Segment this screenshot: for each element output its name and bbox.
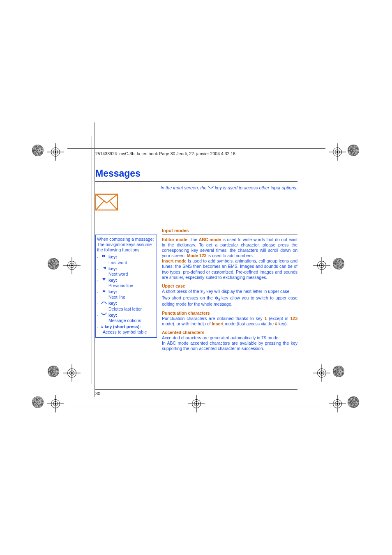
dash: - xyxy=(97,254,101,260)
sidebar-item-label: key: xyxy=(108,266,117,271)
registration-corner-icon xyxy=(48,366,59,377)
term-editor-mode: Editor mode xyxy=(162,237,187,242)
dash: - xyxy=(97,266,101,272)
crop-mark xyxy=(67,148,325,149)
sidebar-help-box: When composing a message: The navigation… xyxy=(95,235,157,338)
crosshair-icon xyxy=(49,398,62,410)
registration-corner-icon xyxy=(32,396,44,408)
crop-rule xyxy=(94,122,95,397)
registration-corner-icon xyxy=(32,145,44,156)
crosshair-icon xyxy=(331,398,344,410)
footer-rule xyxy=(95,389,297,390)
paragraph-punctuation: Punctuation characters are obtained than… xyxy=(162,316,297,327)
heading-punctuation: Punctuation characters xyxy=(162,311,297,316)
dash: - xyxy=(97,289,101,295)
sidebar-item-label: key: xyxy=(108,289,117,294)
nav-up-icon xyxy=(101,289,107,292)
paragraph-accented-1: Accented characters are generated automa… xyxy=(162,335,297,341)
text: is used to add numbers. xyxy=(207,253,254,258)
svg-marker-1 xyxy=(102,255,105,257)
sidebar-item-desc: Next word xyxy=(97,272,155,277)
cancel-key-icon xyxy=(101,313,107,316)
dash: - xyxy=(97,313,101,318)
sidebar-item-desc: Last word xyxy=(97,260,155,265)
text: mode), or with the help of xyxy=(162,321,212,326)
sidebar-item-desc: Message options xyxy=(97,318,155,323)
dash: - xyxy=(97,301,101,306)
page-header-file-info: 251433924_myC-3b_lu_en.book Page 30 Jeud… xyxy=(95,151,235,156)
paragraph-upper-case-2: Two short presses on the ✻ϑ key allow yo… xyxy=(162,295,297,307)
crosshair-icon xyxy=(190,398,203,410)
sidebar-key-row: - key: xyxy=(97,289,155,295)
text: : The xyxy=(187,237,199,242)
paragraph-insert-mode: Insert mode is used to add symbols, anim… xyxy=(162,258,297,280)
registration-corner-icon xyxy=(48,258,59,269)
text: A short press of the xyxy=(162,289,200,294)
svg-marker-3 xyxy=(102,278,106,281)
crosshair-icon xyxy=(316,259,328,272)
sidebar-key-row: - key: xyxy=(97,301,155,306)
sidebar-item-desc: Previous line xyxy=(97,283,155,288)
sidebar-key-row: - key: xyxy=(97,278,155,283)
intro-post: key is used to access other input option… xyxy=(215,185,297,190)
sidebar-item-label: key: xyxy=(108,313,117,318)
intro-text: In the input screen, the key is used to … xyxy=(160,185,297,190)
term-insert: Insert xyxy=(212,321,224,326)
term-123: 123 xyxy=(290,316,297,321)
crosshair-icon xyxy=(331,146,344,158)
text: key will display the next letter in uppe… xyxy=(205,289,291,294)
paragraph-upper-case: A short press of the ✻ϑ key will display… xyxy=(162,289,297,295)
term-insert-mode: Insert mode xyxy=(162,258,187,263)
sidebar-key-row: - # key (short press): xyxy=(97,324,155,329)
envelope-icon xyxy=(95,193,118,211)
text: key). xyxy=(277,321,288,326)
paragraph-editor-mode: Editor mode: The ABC mode is used to wri… xyxy=(162,237,297,259)
text: (except in xyxy=(267,316,290,321)
heading-accented: Accented characters xyxy=(162,330,297,335)
sidebar-key-row: - key: xyxy=(97,313,155,318)
svg-marker-2 xyxy=(103,267,106,269)
registration-corner-icon xyxy=(348,396,359,408)
sidebar-item-desc: Deletes last letter xyxy=(97,306,155,312)
cancel-key-icon xyxy=(208,185,215,190)
crop-rule xyxy=(299,122,299,397)
sidebar-key-row: - key: xyxy=(97,254,155,260)
paragraph-accented-2: In ABC mode accented characters are avai… xyxy=(162,341,297,351)
crop-mark xyxy=(67,407,325,407)
svg-marker-4 xyxy=(102,290,106,292)
page-number: 30 xyxy=(95,391,100,396)
nav-right-icon xyxy=(101,254,107,258)
crosshair-icon xyxy=(66,259,78,272)
text: mode (fast access via the xyxy=(224,321,275,326)
page-frame: 251433924_myC-3b_lu_en.book Page 30 Jeud… xyxy=(92,136,301,384)
registration-corner-icon xyxy=(333,258,344,269)
text: Punctuation characters are obtained than… xyxy=(162,316,265,321)
star-key-icon: ✻ϑ xyxy=(200,289,205,294)
sidebar-key-row: - key: xyxy=(97,266,155,272)
sidebar-item-desc: Access to symbol table xyxy=(97,329,155,335)
title-underline xyxy=(95,181,297,182)
dash: - xyxy=(97,278,101,283)
sidebar-item-label: key: xyxy=(108,254,117,259)
heading-upper-case: Upper case xyxy=(162,283,297,289)
term-mode-123: Mode 123 xyxy=(187,253,207,258)
nav-down-icon xyxy=(101,278,107,281)
dash: - xyxy=(97,324,101,329)
sidebar-item-label: key: xyxy=(108,301,117,306)
sidebar-item-label: # key (short press): xyxy=(101,324,141,329)
sidebar-item-desc: Next line xyxy=(97,295,155,300)
chapter-title: Messages xyxy=(95,168,141,179)
term-abc-mode: ABC mode xyxy=(199,237,221,242)
sidebar-item-label: key: xyxy=(108,278,117,283)
registration-corner-icon xyxy=(333,366,344,377)
star-key-icon: ✻ϑ xyxy=(215,296,220,300)
heading-input-modes: Input modes xyxy=(162,228,297,235)
main-content: Input modes Editor mode: The ABC mode is… xyxy=(162,228,297,351)
sidebar-intro: When composing a message: The navigation… xyxy=(97,237,155,253)
crosshair-icon xyxy=(49,146,62,158)
intro-pre: In the input screen, the xyxy=(161,185,208,190)
crosshair-icon xyxy=(66,367,78,379)
nav-left-icon xyxy=(101,266,107,269)
registration-corner-icon xyxy=(348,145,359,156)
ok-key-icon xyxy=(101,301,107,304)
